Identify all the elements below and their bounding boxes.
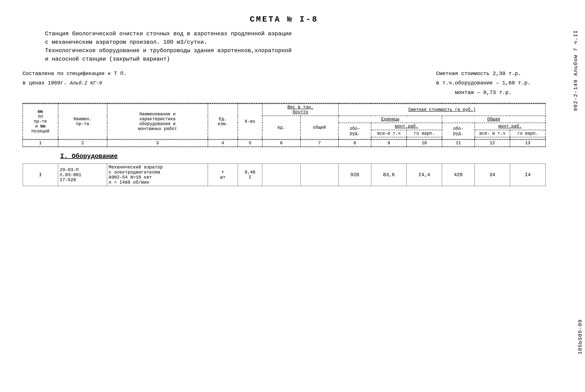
main-table: №№ пп пр-те и №№ позиций Наимен.пр-та На… [23,104,545,186]
col-header-13: го варп. [510,130,545,137]
data-cell-13: I4 [510,164,545,186]
sidebar-text-top: 902-2-149 Альбом 7 ч.II [573,30,578,111]
title-section: СМЕТА № I-8 [23,15,545,24]
col-header-weight: Вес в тон.брутто [262,104,338,116]
subtitle-line4: и насосной станции (закрытый вариант) [45,55,545,64]
section-heading-row: I. Оборудование [23,147,545,164]
col-header-6: ед. [262,116,300,140]
col-header-8: обо-руд. [338,123,371,140]
page: 902-2-149 Альбом 7 ч.II 105ЬS05-09 СМЕТА… [0,0,585,392]
data-cell-10: I4,4 [407,164,442,186]
col-header-11: обо-руд. [442,123,475,140]
col-header-2: Наимен.пр-та [58,104,107,140]
col-header-3: Наименование ихарактеристикаоборудования… [107,104,208,140]
handwritten-text: Альб.I КГ-9 [70,80,102,86]
col-num-12a [475,137,510,140]
cn10: 10 [407,140,442,147]
data-cell-11: 428 [442,164,475,186]
page-title: СМЕТА № I-8 [23,15,545,24]
cn3: 3 [107,140,208,147]
table-wrapper: №№ пп пр-те и №№ позиций Наимен.пр-та На… [23,103,545,186]
info-right: Сметная стоимость 2,39 т.р. в т.ч.оборуд… [436,69,530,97]
cn1: 1 [23,140,58,147]
table-header-row1: №№ пп пр-те и №№ позиций Наимен.пр-та На… [23,104,545,116]
info-section: Составлена по спецификации к Т П. в цена… [23,69,545,97]
data-cell-9: 83,6 [371,164,407,186]
info-left-line1: Составлена по спецификации к Т П. [23,69,127,78]
cn4: 4 [208,140,238,147]
data-cell-1: I [23,164,58,186]
subtitle: Станция биологической очистки сточных во… [45,30,545,64]
col-header-12: все- в т.ч [475,130,510,137]
col-num-13a [510,137,545,140]
cn9: 9 [371,140,407,147]
cn12: 12 [475,140,510,147]
col-header-9: все-в т.ч [371,130,407,137]
cn5: 5 [238,140,262,147]
data-cell-12: 34 [475,164,510,186]
data-cell-8: 920 [338,164,371,186]
info-right-line1: Сметная стоимость 2,39 т.р. [436,69,530,78]
section-heading: I. Оборудование [60,153,118,160]
data-cell-3: Механический аэраторс электродвигателемА… [107,164,208,186]
data-cell-4: тшт [208,164,238,186]
info-right-line2: в т.ч.оборудование – 1,60 т.р. [436,78,530,88]
col-header-mont-units: монт.раб. [371,123,442,130]
section-heading-cell: I. Оборудование [23,147,545,164]
col-header-1: №№ пп пр-те и №№ позиций [23,104,58,140]
cn11: 11 [442,140,475,147]
data-cell-6 [262,164,300,186]
subtitle-line1: Станция биологической очистки сточных во… [45,30,545,38]
cn8: 8 [338,140,371,147]
cn2: 2 [58,140,107,147]
data-cell-7 [300,164,338,186]
table-row: I 29-03-Пп.03-001I7-520 Механический аэр… [23,164,545,186]
sidebar-text-bottom: 105ЬS05-09 [577,319,583,354]
col-header-cost: Сметная стоимость (в руб.) [338,104,545,116]
col-numbers-row: 1 2 3 4 5 6 7 8 9 10 11 12 13 [23,140,545,147]
cn13: 13 [510,140,545,147]
cn6: 6 [262,140,300,147]
data-cell-2: 29-03-Пп.03-001I7-520 [58,164,107,186]
info-left-line2: в ценах 1969г. Альб.I КГ-9 [23,78,127,88]
col-num-9a [371,137,407,140]
col-header-mont-total: монт.раб. [475,123,545,130]
col-header-7: общий [300,116,338,140]
subtitle-line2: с механическим аэратором произвол. 100 м… [45,38,545,46]
info-left: Составлена по спецификации к Т П. в цена… [23,69,127,97]
col-num-10a [407,137,442,140]
col-header-10: го варп. [407,130,442,137]
main-content: СМЕТА № I-8 Станция биологической очистк… [23,15,562,186]
info-right-line3: монтаж – 0,73 т.р. [436,88,530,97]
col-header-units: Единицы [338,116,442,123]
data-cell-5: 0,46I [238,164,262,186]
subtitle-line3: Технологическое оборудование и трубопров… [45,46,545,55]
cn7: 7 [300,140,338,147]
col-header-total: Общая [442,116,545,123]
col-header-4: Ед.изм. [208,104,238,140]
col-header-5: К-во [238,104,262,140]
